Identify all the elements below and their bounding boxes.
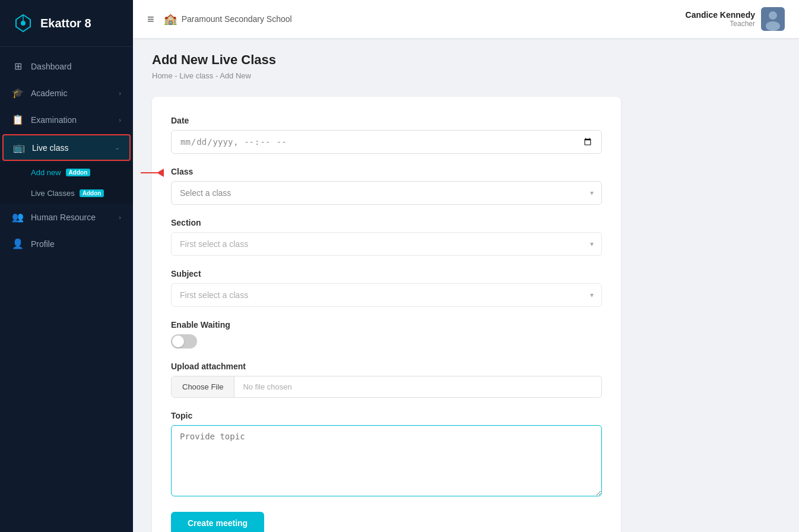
sidebar-item-label: Profile	[31, 239, 55, 249]
live-class-icon: 📺	[13, 142, 25, 153]
svg-point-5	[766, 21, 780, 31]
svg-point-4	[769, 11, 777, 20]
date-input[interactable]	[171, 130, 602, 154]
waiting-toggle[interactable]	[171, 334, 197, 349]
breadcrumb: Home - Live class - Add New	[152, 71, 780, 80]
chevron-down-icon: ⌄	[115, 144, 120, 151]
sidebar-item-label: Academic	[31, 88, 67, 98]
sidebar-item-dashboard[interactable]: ⊞ Dashboard	[0, 53, 133, 80]
school-icon: 🏫	[164, 12, 177, 26]
user-name: Candice Kennedy	[686, 10, 755, 20]
chevron-right-icon: ›	[119, 116, 121, 124]
logo-icon	[12, 12, 34, 34]
topic-textarea[interactable]	[171, 425, 602, 496]
upload-label: Upload attachment	[171, 362, 602, 371]
avatar-image	[761, 7, 785, 31]
examination-icon: 📋	[12, 114, 24, 125]
human-resource-icon: 👥	[12, 211, 24, 223]
sidebar-item-profile[interactable]: 👤 Profile	[0, 230, 133, 257]
date-field-group: Date	[171, 116, 602, 154]
addon-badge: Addon	[80, 189, 104, 197]
sidebar: Ekattor 8 ⊞ Dashboard 🎓 Academic › 📋 Exa…	[0, 0, 133, 532]
file-upload-wrapper: Choose File No file chosen	[171, 376, 602, 398]
section-field-group: Section First select a class ▾	[171, 218, 602, 256]
user-info: Candice Kennedy Teacher	[686, 7, 785, 31]
academic-icon: 🎓	[12, 87, 24, 99]
toggle-knob	[172, 335, 184, 347]
sidebar-item-human-resource[interactable]: 👥 Human Resource ›	[0, 204, 133, 230]
main-content: ≡ 🏫 Paramount Secondary School Candice K…	[133, 0, 799, 532]
file-name-display: No file chosen	[234, 376, 601, 397]
sidebar-item-label: Examination	[31, 115, 77, 125]
sidebar-item-academic[interactable]: 🎓 Academic ›	[0, 80, 133, 106]
page-title: Add New Live Class	[152, 52, 780, 68]
subject-select[interactable]: First select a class	[171, 283, 602, 307]
sidebar-item-live-classes[interactable]: Live Classes Addon	[31, 183, 133, 204]
dashboard-icon: ⊞	[12, 61, 24, 72]
section-select-wrapper: First select a class ▾	[171, 232, 602, 256]
hamburger-menu[interactable]: ≡	[147, 12, 154, 26]
class-label: Class	[171, 167, 602, 176]
sidebar-item-label: Dashboard	[31, 62, 72, 71]
subject-field-group: Subject First select a class ▾	[171, 269, 602, 307]
subject-label: Subject	[171, 269, 602, 278]
profile-icon: 👤	[12, 238, 24, 249]
topic-field-group: Topic	[171, 411, 602, 499]
class-select[interactable]: Select a class	[171, 181, 602, 205]
section-label: Section	[171, 218, 602, 227]
sidebar-item-examination[interactable]: 📋 Examination ›	[0, 106, 133, 133]
header-left: ≡ 🏫 Paramount Secondary School	[147, 12, 292, 26]
live-class-submenu: Add new Addon Live Classes Addon	[0, 162, 133, 204]
chevron-right-icon: ›	[119, 90, 121, 97]
app-name: Ekattor 8	[40, 17, 91, 30]
class-field-group: Class Select a class ▾	[171, 167, 602, 205]
class-select-wrapper: Select a class ▾	[171, 181, 602, 205]
upload-field-group: Upload attachment Choose File No file ch…	[171, 362, 602, 398]
waiting-toggle-wrapper	[171, 334, 602, 349]
subject-select-wrapper: First select a class ▾	[171, 283, 602, 307]
sidebar-nav: ⊞ Dashboard 🎓 Academic › 📋 Examination ›…	[0, 47, 133, 532]
add-new-label: Add new	[31, 168, 61, 177]
create-meeting-button[interactable]: Create meeting	[171, 512, 264, 532]
user-details: Candice Kennedy Teacher	[686, 10, 755, 28]
school-info: 🏫 Paramount Secondary School	[164, 12, 292, 26]
topic-label: Topic	[171, 411, 602, 420]
sidebar-item-label: Human Resource	[31, 213, 96, 222]
avatar[interactable]	[761, 7, 785, 31]
app-logo[interactable]: Ekattor 8	[0, 0, 133, 47]
choose-file-button[interactable]: Choose File	[172, 376, 234, 397]
header: ≡ 🏫 Paramount Secondary School Candice K…	[133, 0, 799, 38]
school-name: Paramount Secondary School	[182, 14, 292, 24]
page-content: Add New Live Class Home - Live class - A…	[133, 38, 799, 532]
waiting-field-group: Enable Waiting	[171, 320, 602, 349]
addon-badge: Addon	[66, 169, 91, 176]
waiting-label: Enable Waiting	[171, 320, 602, 330]
user-role: Teacher	[686, 20, 755, 28]
form-card: Date Class Select a class ▾ Section F	[152, 97, 621, 532]
chevron-right-icon: ›	[119, 214, 121, 221]
sidebar-item-add-new[interactable]: Add new Addon	[31, 162, 133, 183]
svg-point-1	[21, 21, 26, 26]
sidebar-item-label: Live class	[32, 143, 68, 153]
date-label: Date	[171, 116, 602, 125]
section-select[interactable]: First select a class	[171, 232, 602, 256]
sidebar-item-live-class[interactable]: 📺 Live class ⌄	[2, 134, 131, 161]
live-classes-label: Live Classes	[31, 189, 75, 198]
